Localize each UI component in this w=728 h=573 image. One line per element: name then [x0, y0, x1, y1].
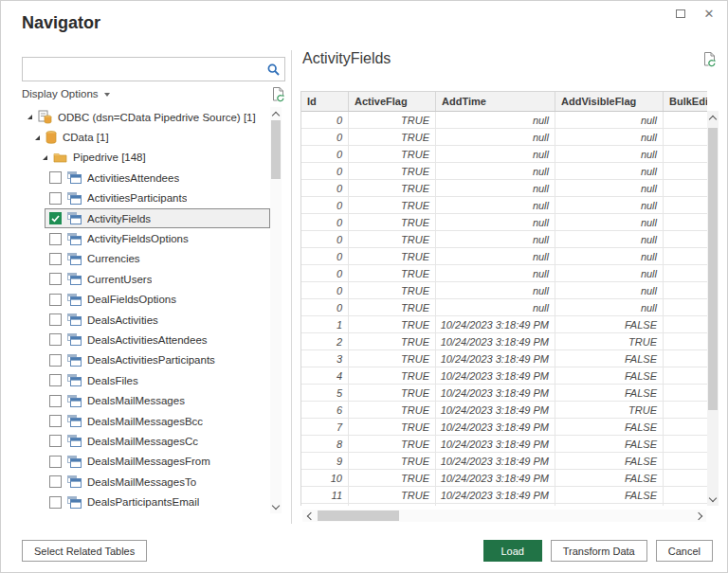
- table-cell: null: [436, 231, 555, 247]
- column-header-BulkEditAllowed[interactable]: BulkEditAllowed: [664, 92, 707, 111]
- tree-item-DealsMailMessagesCc[interactable]: DealsMailMessagesCc: [45, 431, 270, 451]
- table-cell: 10/24/2023 3:18:49 PM: [436, 487, 555, 503]
- close-button[interactable]: ✕: [702, 7, 716, 20]
- transform-data-button[interactable]: Transform Data: [551, 540, 647, 562]
- table-cell: null: [436, 299, 555, 315]
- table-icon: [67, 395, 82, 407]
- table-cell: 0: [301, 282, 349, 298]
- tree-scrollbar[interactable]: [270, 107, 282, 513]
- tree-item-DealsMailMessagesTo[interactable]: DealsMailMessagesTo: [45, 472, 270, 492]
- tree-item-ActivityFieldsOptions[interactable]: ActivityFieldsOptions: [45, 228, 270, 248]
- preview-vertical-scrollbar[interactable]: [707, 111, 719, 506]
- checkbox-unchecked[interactable]: [49, 395, 62, 407]
- refresh-preview-button[interactable]: [702, 51, 717, 71]
- table-cell: null: [555, 197, 664, 213]
- table-row: 2TRUE10/24/2023 3:18:49 PMTRUE: [301, 333, 707, 350]
- refresh-tree-button[interactable]: [271, 86, 285, 102]
- table-cell: 0: [301, 231, 349, 247]
- checkbox-unchecked[interactable]: [49, 475, 62, 488]
- table-cell: 10/24/2023 3:18:49 PM: [436, 453, 555, 469]
- display-options-dropdown[interactable]: Display Options: [22, 88, 110, 99]
- preview-horizontal-scrollbar[interactable]: [302, 510, 706, 522]
- cancel-button[interactable]: Cancel: [656, 540, 713, 562]
- column-header-AddTime[interactable]: AddTime: [436, 92, 555, 111]
- table-cell: TRUE: [349, 487, 436, 503]
- table-cell: [664, 299, 707, 315]
- checkbox-unchecked[interactable]: [49, 496, 62, 509]
- scroll-left-icon[interactable]: [302, 510, 316, 522]
- table-cell: null: [436, 197, 555, 213]
- table-cell: 5: [301, 385, 349, 401]
- scroll-down-icon[interactable]: [707, 492, 719, 506]
- scroll-up-icon[interactable]: [270, 107, 282, 120]
- table-cell: 7: [301, 419, 349, 435]
- expander-icon[interactable]: [43, 155, 47, 160]
- tree-item-pipedrive[interactable]: Pipedrive [148]: [22, 148, 270, 168]
- checkbox-unchecked[interactable]: [49, 233, 62, 245]
- checkbox-unchecked[interactable]: [49, 273, 62, 285]
- tree-item-DealsMailMessagesBcc[interactable]: DealsMailMessagesBcc: [45, 411, 270, 431]
- checkbox-unchecked[interactable]: [49, 415, 62, 427]
- tree-item-ActivitiesParticipants[interactable]: ActivitiesParticipants: [45, 188, 270, 208]
- checkbox-unchecked[interactable]: [49, 253, 62, 265]
- table-cell: 0: [301, 146, 349, 162]
- checkbox-unchecked[interactable]: [49, 333, 62, 346]
- tree-item-label: ActivitiesParticipants: [87, 192, 187, 204]
- checkbox-unchecked[interactable]: [49, 354, 62, 367]
- tree-item-CurrentUsers[interactable]: CurrentUsers: [45, 269, 270, 289]
- tree-item-Currencies[interactable]: Currencies: [45, 249, 270, 269]
- tree-item-DealsMailMessages[interactable]: DealsMailMessages: [45, 390, 270, 410]
- checkbox-unchecked[interactable]: [49, 435, 62, 447]
- tree-item-DealsParticipantsEmail[interactable]: DealsParticipantsEmail: [45, 492, 270, 511]
- table-cell: null: [436, 265, 555, 281]
- checkbox-unchecked[interactable]: [49, 192, 62, 205]
- table-cell: [664, 436, 707, 452]
- tree-item-DealsActivitiesParticipants[interactable]: DealsActivitiesParticipants: [45, 350, 270, 370]
- tree-item-DealsActivitiesAttendees[interactable]: DealsActivitiesAttendees: [45, 330, 270, 349]
- checkbox-unchecked[interactable]: [49, 171, 62, 184]
- expander-icon[interactable]: [35, 135, 40, 140]
- table-cell: 0: [301, 265, 349, 281]
- column-header-ActiveFlag[interactable]: ActiveFlag: [349, 92, 436, 111]
- table-cell: TRUE: [349, 129, 436, 145]
- tree-item-DealsFiles[interactable]: DealsFiles: [45, 370, 270, 390]
- checkbox-unchecked[interactable]: [49, 456, 62, 468]
- maximize-button[interactable]: [674, 7, 687, 20]
- checkbox-checked[interactable]: [49, 212, 62, 224]
- load-button[interactable]: Load: [483, 540, 542, 562]
- column-header-AddVisibleFlag[interactable]: AddVisibleFlag: [555, 92, 664, 111]
- table-cell: [664, 350, 707, 367]
- scrollbar-thumb[interactable]: [318, 510, 399, 521]
- search-input[interactable]: [23, 63, 262, 76]
- checkbox-unchecked[interactable]: [49, 313, 62, 326]
- tree-item-cdata[interactable]: CData [1]: [22, 127, 270, 147]
- expander-icon[interactable]: [27, 115, 32, 119]
- checkbox-unchecked[interactable]: [49, 374, 62, 386]
- tree-item-DealFieldsOptions[interactable]: DealFieldsOptions: [45, 290, 270, 310]
- table-cell: 8: [301, 436, 349, 452]
- scrollbar-thumb[interactable]: [708, 128, 718, 410]
- checkbox-unchecked[interactable]: [49, 294, 62, 306]
- table-cell: TRUE: [349, 231, 436, 247]
- table-cell: [436, 504, 555, 506]
- table-row: 6TRUE10/24/2023 3:18:49 PMTRUE: [301, 402, 707, 419]
- tree-item-ActivitiesAttendees[interactable]: ActivitiesAttendees: [45, 168, 270, 188]
- tree-item-ActivityFields[interactable]: ActivityFields: [45, 208, 270, 228]
- table-cell: FALSE: [555, 419, 664, 435]
- tree-item-odbc-source[interactable]: ODBC (dsn=CData Pipedrive Source) [1]: [22, 107, 270, 127]
- preview-grid-header: IdActiveFlagAddTimeAddVisibleFlagBulkEdi…: [301, 92, 707, 112]
- table-row: 8TRUE10/24/2023 3:18:49 PMFALSE: [301, 436, 707, 453]
- scrollbar-thumb[interactable]: [271, 120, 281, 179]
- table-cell: 6: [301, 402, 349, 418]
- scroll-right-icon[interactable]: [693, 510, 706, 522]
- tree-item-DealsMailMessagesFrom[interactable]: DealsMailMessagesFrom: [45, 452, 270, 472]
- tree-item-DealsActivities[interactable]: DealsActivities: [45, 310, 270, 330]
- select-related-tables-button[interactable]: Select Related Tables: [22, 540, 147, 562]
- scroll-down-icon[interactable]: [270, 500, 282, 513]
- table-cell: null: [436, 282, 555, 298]
- table-cell: FALSE: [555, 453, 664, 469]
- search-icon[interactable]: [262, 63, 284, 76]
- column-header-Id[interactable]: Id: [301, 92, 349, 111]
- scroll-up-icon[interactable]: [707, 111, 719, 124]
- table-cell: FALSE: [555, 385, 664, 401]
